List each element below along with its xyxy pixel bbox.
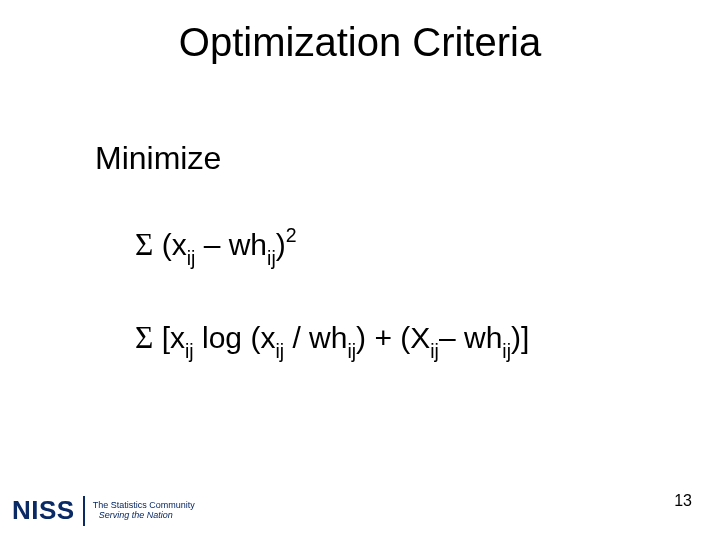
sigma-icon: Σ: [135, 227, 153, 262]
formula-text: (x: [153, 228, 186, 261]
tagline-line-2: Serving the Nation: [99, 511, 195, 521]
niss-tagline: The Statistics Community Serving the Nat…: [93, 501, 195, 521]
formula-text: log (x: [194, 321, 276, 354]
divider: [83, 496, 85, 526]
niss-logo: NISS: [12, 495, 75, 526]
formula-text: ): [276, 228, 286, 261]
slide-body: Minimize Σ (xij – whij)2 Σ [xij log (xij…: [95, 140, 660, 415]
formula-text: – wh: [439, 321, 502, 354]
subscript: ij: [267, 247, 276, 269]
slide-title: Optimization Criteria: [0, 20, 720, 65]
formula-text: )]: [511, 321, 529, 354]
subscript: ij: [347, 340, 356, 362]
minimize-heading: Minimize: [95, 140, 660, 177]
formula-text: – wh: [195, 228, 267, 261]
formula-text: [x: [153, 321, 185, 354]
page-number: 13: [674, 492, 692, 510]
sigma-icon: Σ: [135, 320, 153, 355]
formula-kl-divergence: Σ [xij log (xij / whij) + (Xij– whij)]: [135, 321, 660, 359]
formula-text: ) + (X: [356, 321, 430, 354]
footer-logo-block: NISS The Statistics Community Serving th…: [12, 495, 195, 526]
formula-squared-error: Σ (xij – whij)2: [135, 227, 660, 266]
subscript: ij: [502, 340, 511, 362]
superscript: 2: [286, 224, 297, 246]
formula-text: / wh: [284, 321, 347, 354]
subscript: ij: [275, 340, 284, 362]
slide: Optimization Criteria Minimize Σ (xij – …: [0, 0, 720, 540]
subscript: ij: [185, 340, 194, 362]
subscript: ij: [430, 340, 439, 362]
subscript: ij: [187, 247, 196, 269]
